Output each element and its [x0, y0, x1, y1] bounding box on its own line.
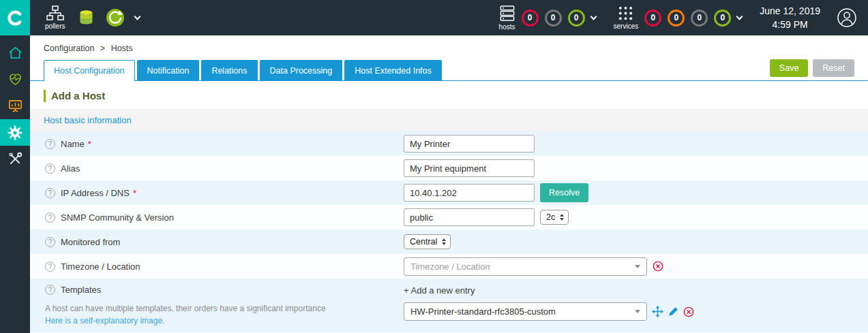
hosts-unreachable-badge[interactable]: 0	[545, 10, 562, 27]
breadcrumb-section[interactable]: Configuration	[44, 44, 94, 53]
sidebar-item-home[interactable]	[0, 39, 30, 66]
monitored-from-value: Central	[410, 237, 437, 247]
select-arrows-icon	[442, 238, 446, 245]
help-icon[interactable]: ?	[45, 139, 55, 149]
services-critical-badge[interactable]: 0	[644, 10, 661, 27]
form-row-monitored-from: ? Monitored from Central	[30, 229, 868, 254]
centreon-c-icon	[6, 9, 25, 27]
field-label: Timezone / Location	[61, 261, 140, 272]
tools-icon	[8, 151, 23, 167]
help-icon[interactable]: ?	[45, 261, 55, 272]
snmp-community-input[interactable]	[404, 208, 535, 226]
main-content: Configuration > Hosts Host Configuration…	[30, 35, 868, 333]
help-icon[interactable]: ?	[45, 285, 55, 295]
reset-button[interactable]: Reset	[813, 59, 854, 77]
section-header: Host basic information	[30, 109, 868, 131]
current-date: June 12, 2019	[760, 4, 820, 18]
hosts-status-group: hosts 0 0 0	[499, 5, 596, 31]
chevron-down-icon	[635, 265, 640, 268]
field-label: SNMP Community & Version	[61, 212, 174, 223]
services-ok-badge[interactable]: 0	[714, 10, 731, 27]
template-select[interactable]: HW-Printer-standard-rfc3805-custom	[404, 302, 647, 321]
breadcrumb-page[interactable]: Hosts	[111, 44, 133, 53]
database-icon	[77, 9, 95, 27]
chart-icon	[8, 98, 23, 114]
save-button[interactable]: Save	[770, 59, 809, 77]
centreon-logo[interactable]	[0, 0, 30, 35]
timezone-placeholder: Timezone / Location	[410, 261, 490, 272]
services-warning-badge[interactable]: 0	[668, 10, 685, 27]
required-marker: *	[88, 139, 91, 149]
user-menu[interactable]	[837, 7, 857, 28]
snmp-version-select[interactable]: 2c	[540, 210, 569, 225]
help-icon[interactable]: ?	[45, 188, 55, 198]
current-time: 4:59 PM	[760, 18, 820, 31]
edit-template-icon[interactable]	[668, 306, 678, 317]
ip-address-input[interactable]	[404, 184, 535, 202]
tab-host-extended-infos[interactable]: Host Extended Infos	[344, 60, 442, 81]
templates-help-text: A host can have multiple templates, thei…	[45, 304, 326, 315]
services-icon	[618, 5, 633, 21]
pollers-menu[interactable]: pollers	[45, 5, 65, 30]
chevron-down-icon	[635, 310, 640, 313]
field-label: IP Address / DNS	[61, 188, 130, 198]
hosts-icon	[499, 5, 515, 22]
tab-host-configuration[interactable]: Host Configuration	[44, 60, 135, 81]
template-selected-value: HW-Printer-standard-rfc3805-custom	[410, 306, 556, 317]
sidebar-item-configuration[interactable]	[0, 119, 30, 146]
sidebar-item-administration[interactable]	[0, 146, 30, 172]
hosts-menu[interactable]: hosts	[499, 5, 515, 31]
user-avatar-icon	[837, 7, 857, 28]
chevron-down-icon[interactable]	[590, 13, 597, 20]
sidebar	[0, 35, 30, 333]
sidebar-item-reporting[interactable]	[0, 93, 30, 119]
services-label: services	[614, 22, 639, 30]
select-arrows-icon	[560, 214, 564, 221]
snmp-version-value: 2c	[546, 212, 555, 222]
form-row-ip: ? IP Address / DNS * Resolve	[30, 180, 868, 205]
monitored-from-select[interactable]: Central	[404, 234, 451, 249]
tab-bar: Host Configuration Notification Relation…	[30, 59, 868, 81]
field-label: Monitored from	[61, 237, 120, 247]
alias-input[interactable]	[404, 159, 535, 177]
gear-icon	[8, 125, 23, 140]
form-row-timezone: ? Timezone / Location Timezone / Locatio…	[30, 254, 868, 279]
tab-data-processing[interactable]: Data Processing	[260, 60, 343, 81]
clear-timezone-icon[interactable]	[653, 261, 663, 272]
timezone-select[interactable]: Timezone / Location	[404, 257, 647, 276]
help-icon[interactable]: ?	[45, 212, 55, 223]
engine-status[interactable]	[105, 7, 125, 28]
sync-status-icon	[105, 7, 125, 28]
chevron-down-icon[interactable]	[736, 13, 743, 20]
move-template-icon[interactable]	[652, 306, 663, 317]
field-label: Templates	[61, 285, 101, 295]
templates-help-link[interactable]: Here is a self-explanatory image.	[45, 316, 164, 326]
help-icon[interactable]: ?	[45, 237, 55, 247]
remove-template-icon[interactable]	[683, 306, 694, 317]
tab-notification[interactable]: Notification	[137, 60, 200, 81]
page-title: Add a Host	[44, 90, 854, 102]
resolve-button[interactable]: Resolve	[540, 183, 588, 202]
sidebar-item-monitoring[interactable]	[0, 66, 30, 93]
field-label: Alias	[61, 163, 80, 174]
form-row-name: ? Name *	[30, 131, 868, 156]
chevron-down-icon[interactable]	[134, 13, 141, 20]
required-marker: *	[133, 188, 136, 198]
form-row-templates: ? Templates A host can have multiple tem…	[30, 279, 868, 332]
heart-pulse-icon	[8, 72, 23, 87]
add-template-entry-link[interactable]: + Add a new entry	[404, 285, 475, 296]
database-status[interactable]	[77, 9, 95, 27]
breadcrumb-separator: >	[100, 44, 105, 53]
services-status-group: services 0 0 0 0	[614, 5, 743, 30]
tab-relations[interactable]: Relations	[201, 60, 257, 81]
hosts-down-badge[interactable]: 0	[522, 10, 539, 27]
services-unknown-badge[interactable]: 0	[691, 10, 708, 27]
name-input[interactable]	[404, 135, 535, 153]
hosts-up-badge[interactable]: 0	[568, 10, 585, 27]
pollers-icon	[46, 5, 64, 21]
home-icon	[8, 45, 23, 61]
form-row-alias: ? Alias	[30, 156, 868, 180]
field-label: Name	[61, 139, 85, 149]
help-icon[interactable]: ?	[45, 163, 55, 174]
services-menu[interactable]: services	[614, 5, 639, 30]
